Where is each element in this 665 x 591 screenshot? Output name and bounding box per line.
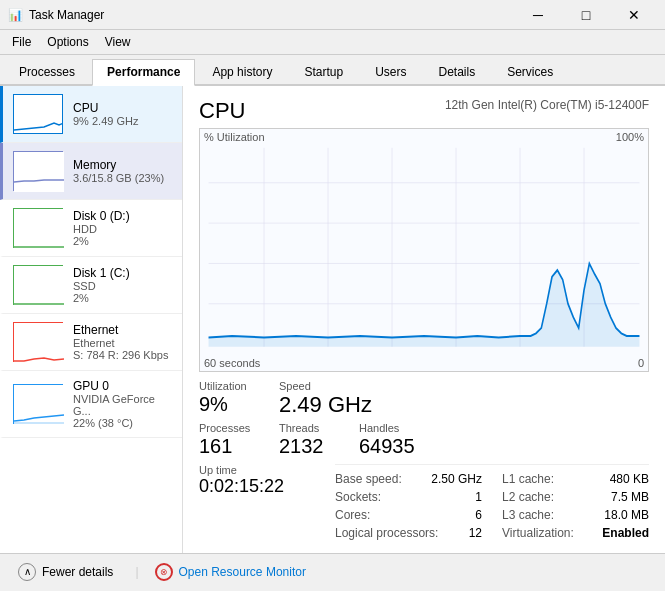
stat-empty2 <box>479 380 559 418</box>
sockets-key: Sockets: <box>335 490 381 504</box>
memory-title: Memory <box>73 158 172 172</box>
sidebar-item-gpu0[interactable]: GPU 0 NVIDIA GeForce G... 22% (38 °C) <box>0 371 182 438</box>
disk1-sub1: SSD <box>73 280 172 292</box>
tab-startup[interactable]: Startup <box>289 59 358 84</box>
tab-performance[interactable]: Performance <box>92 59 195 86</box>
cpu-chart-area: % Utilization 100% 60 seconds 0 <box>199 128 649 372</box>
stat-handles: Handles 64935 <box>359 422 479 458</box>
sidebar-item-disk0[interactable]: Disk 0 (D:) HDD 2% <box>0 200 182 257</box>
uptime-section: Up time 0:02:15:22 <box>199 464 319 541</box>
cores-val: 6 <box>475 508 482 522</box>
threads-value: 2132 <box>279 434 359 458</box>
tab-bar: Processes Performance App history Startu… <box>0 55 665 86</box>
sidebar-item-disk1[interactable]: Disk 1 (C:) SSD 2% <box>0 257 182 314</box>
fewer-details-label: Fewer details <box>42 565 113 579</box>
tab-services[interactable]: Services <box>492 59 568 84</box>
l1-val: 480 KB <box>610 472 649 486</box>
tab-details[interactable]: Details <box>423 59 490 84</box>
handles-label: Handles <box>359 422 479 434</box>
stat-empty3 <box>559 380 649 418</box>
gpu0-info: GPU 0 NVIDIA GeForce G... 22% (38 °C) <box>73 379 172 429</box>
chart-label-60sec: 60 seconds <box>204 357 260 369</box>
title-controls: ─ □ ✕ <box>515 0 657 30</box>
tab-app-history[interactable]: App history <box>197 59 287 84</box>
minimize-button[interactable]: ─ <box>515 0 561 30</box>
stat-speed: Speed 2.49 GHz <box>279 380 399 418</box>
fewer-details-button[interactable]: ∧ Fewer details <box>12 559 119 585</box>
cpu-main-chart <box>200 129 648 371</box>
sidebar-item-memory[interactable]: Memory 3.6/15.8 GB (23%) <box>0 143 182 200</box>
stat-threads: Threads 2132 <box>279 422 359 458</box>
cpu-info: CPU 9% 2.49 GHz <box>73 101 172 127</box>
disk0-title: Disk 0 (D:) <box>73 209 172 223</box>
stats-row2: Processes 161 Threads 2132 Handles 64935 <box>199 422 649 458</box>
disk1-title: Disk 1 (C:) <box>73 266 172 280</box>
info-grid: Base speed: 2.50 GHz L1 cache: 480 KB So… <box>335 464 649 541</box>
stat-empty <box>399 380 479 418</box>
sidebar-item-ethernet[interactable]: Ethernet Ethernet S: 784 R: 296 Kbps <box>0 314 182 371</box>
open-resource-monitor-button[interactable]: Open Resource Monitor <box>179 565 306 579</box>
fewer-details-icon: ∧ <box>18 563 36 581</box>
cpu-mini-chart <box>14 95 62 133</box>
gpu0-mini-chart <box>14 385 64 425</box>
menu-view[interactable]: View <box>97 32 139 52</box>
base-speed-val: 2.50 GHz <box>431 472 482 486</box>
sidebar: CPU 9% 2.49 GHz Memory 3.6/15.8 GB (23%) <box>0 86 183 553</box>
sidebar-item-cpu[interactable]: CPU 9% 2.49 GHz <box>0 86 182 143</box>
l3-key: L3 cache: <box>502 508 554 522</box>
disk0-mini-chart <box>14 209 64 249</box>
info-l3: L3 cache: 18.0 MB <box>502 507 649 523</box>
detail-title: CPU <box>199 98 245 124</box>
detail-panel: CPU 12th Gen Intel(R) Core(TM) i5-12400F… <box>183 86 665 553</box>
info-cores: Cores: 6 <box>335 507 482 523</box>
virt-key: Virtualization: <box>502 526 574 540</box>
processes-value: 161 <box>199 434 279 458</box>
speed-label: Speed <box>279 380 399 392</box>
tab-processes[interactable]: Processes <box>4 59 90 84</box>
gpu0-sidebar-icon <box>13 384 63 424</box>
info-sockets: Sockets: 1 <box>335 489 482 505</box>
stat-processes: Processes 161 <box>199 422 279 458</box>
title-bar: 📊 Task Manager ─ □ ✕ <box>0 0 665 30</box>
gpu0-title: GPU 0 <box>73 379 172 393</box>
info-base-speed: Base speed: 2.50 GHz <box>335 471 482 487</box>
handles-value: 64935 <box>359 434 479 458</box>
memory-sidebar-icon <box>13 151 63 191</box>
tab-users[interactable]: Users <box>360 59 421 84</box>
disk0-sidebar-icon <box>13 208 63 248</box>
virt-val: Enabled <box>602 526 649 540</box>
memory-info: Memory 3.6/15.8 GB (23%) <box>73 158 172 184</box>
cores-key: Cores: <box>335 508 370 522</box>
threads-label: Threads <box>279 422 359 434</box>
menu-bar: File Options View <box>0 30 665 55</box>
bottom-bar: ∧ Fewer details | ⊗ Open Resource Monito… <box>0 553 665 589</box>
info-l2: L2 cache: 7.5 MB <box>502 489 649 505</box>
uptime-value: 0:02:15:22 <box>199 476 319 498</box>
disk0-info: Disk 0 (D:) HDD 2% <box>73 209 172 247</box>
sockets-val: 1 <box>475 490 482 504</box>
stats-row1: Utilization 9% Speed 2.49 GHz <box>199 380 649 418</box>
svg-marker-17 <box>209 263 640 346</box>
disk0-sub2: 2% <box>73 235 172 247</box>
processes-label: Processes <box>199 422 279 434</box>
ethernet-sub1: Ethernet <box>73 337 172 349</box>
l2-key: L2 cache: <box>502 490 554 504</box>
bottom-section: Up time 0:02:15:22 Base speed: 2.50 GHz … <box>199 464 649 541</box>
disk1-sub2: 2% <box>73 292 172 304</box>
menu-file[interactable]: File <box>4 32 39 52</box>
ethernet-info: Ethernet Ethernet S: 784 R: 296 Kbps <box>73 323 172 361</box>
ethernet-title: Ethernet <box>73 323 172 337</box>
chart-label-0: 0 <box>638 357 644 369</box>
info-virt: Virtualization: Enabled <box>502 525 649 541</box>
main-content: CPU 9% 2.49 GHz Memory 3.6/15.8 GB (23%) <box>0 86 665 553</box>
detail-subtitle: 12th Gen Intel(R) Core(TM) i5-12400F <box>445 98 649 112</box>
info-l1: L1 cache: 480 KB <box>502 471 649 487</box>
menu-options[interactable]: Options <box>39 32 96 52</box>
maximize-button[interactable]: □ <box>563 0 609 30</box>
ethernet-sidebar-icon <box>13 322 63 362</box>
resource-monitor-icon: ⊗ <box>155 563 173 581</box>
title-left: 📊 Task Manager <box>8 8 104 22</box>
close-button[interactable]: ✕ <box>611 0 657 30</box>
app-title: Task Manager <box>29 8 104 22</box>
logical-val: 12 <box>469 526 482 540</box>
